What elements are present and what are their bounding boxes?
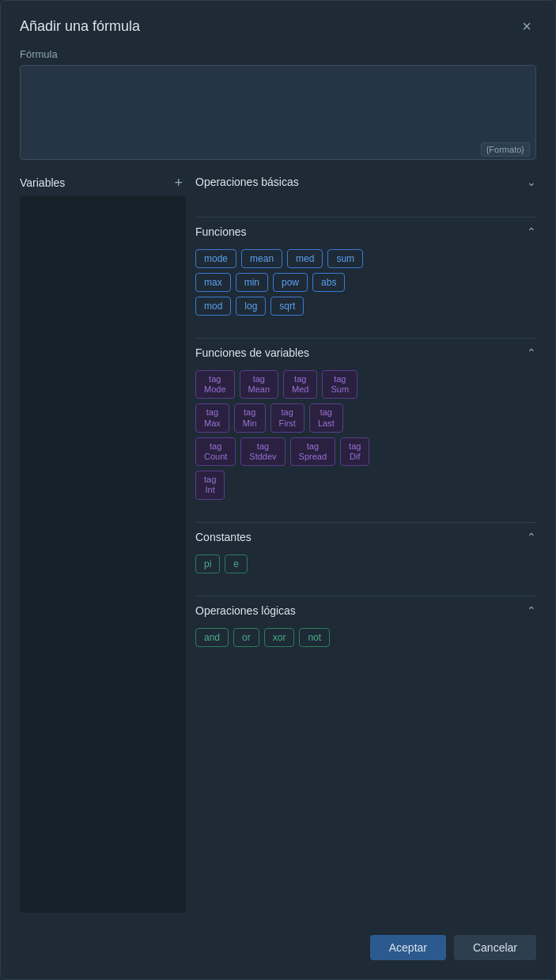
chip-not[interactable]: not — [299, 628, 330, 647]
formula-input[interactable] — [20, 65, 536, 160]
chip-mod[interactable]: mod — [195, 297, 231, 316]
modal-footer: Aceptar Cancelar — [20, 925, 536, 960]
operations-column: Operaciones básicas ⌄ Funciones ⌃ mode m… — [195, 176, 536, 913]
variable-functions-toggle[interactable]: ⌃ — [527, 346, 536, 359]
chip-pi[interactable]: pi — [195, 554, 220, 573]
var-functions-row-3: tagCount tagStddev tagSpread tagDif — [195, 437, 536, 466]
variables-header: Variables + — [20, 176, 186, 190]
chip-max[interactable]: max — [195, 273, 231, 292]
basic-operations-title: Operaciones básicas — [195, 176, 299, 188]
constants-title: Constantes — [195, 531, 252, 543]
constants-chips-row: pi e — [195, 554, 536, 573]
divider-1 — [195, 217, 536, 218]
chip-sqrt[interactable]: sqrt — [270, 297, 304, 316]
chip-abs[interactable]: abs — [312, 273, 345, 292]
constants-section: Constantes ⌃ pi e — [195, 531, 536, 578]
variables-column: Variables + — [20, 176, 186, 913]
chip-tag-last[interactable]: tagLast — [309, 403, 343, 432]
var-functions-row-2: tagMax tagMin tagFirst tagLast — [195, 403, 536, 432]
chip-tag-med[interactable]: tagMed — [283, 370, 317, 399]
chip-tag-spread[interactable]: tagSpread — [290, 437, 335, 466]
basic-operations-header: Operaciones básicas ⌄ — [195, 176, 536, 191]
formula-label: Fórmula — [20, 48, 536, 60]
logical-chips-row: and or xor not — [195, 628, 536, 647]
chip-xor[interactable]: xor — [264, 628, 295, 647]
modal-header: Añadir una fórmula × — [20, 17, 536, 36]
logical-ops-header: Operaciones lógicas ⌃ — [195, 604, 536, 620]
chip-med[interactable]: med — [287, 249, 323, 268]
accept-button[interactable]: Aceptar — [370, 935, 446, 960]
chip-and[interactable]: and — [195, 628, 229, 647]
formula-container: {Formato} — [20, 65, 536, 163]
close-button[interactable]: × — [517, 17, 536, 36]
divider-2 — [195, 338, 536, 339]
modal-container: Añadir una fórmula × Fórmula {Formato} V… — [0, 0, 556, 980]
chip-log[interactable]: log — [236, 297, 266, 316]
functions-chips-row-1: mode mean med sum — [195, 249, 536, 268]
chip-tag-int[interactable]: tagInt — [195, 471, 225, 499]
basic-operations-toggle[interactable]: ⌄ — [527, 176, 536, 188]
modal-title: Añadir una fórmula — [20, 18, 140, 35]
chip-mode[interactable]: mode — [195, 249, 236, 268]
variables-panel — [20, 196, 186, 913]
divider-4 — [195, 596, 536, 596]
constants-toggle[interactable]: ⌃ — [527, 531, 536, 543]
chip-min[interactable]: min — [236, 273, 268, 292]
chip-tag-min[interactable]: tagMin — [234, 403, 266, 432]
logical-ops-toggle[interactable]: ⌃ — [527, 604, 536, 617]
chip-tag-max[interactable]: tagMax — [195, 403, 229, 432]
main-content: Variables + Operaciones básicas ⌄ Funcio… — [20, 176, 536, 913]
cancel-button[interactable]: Cancelar — [454, 935, 536, 960]
functions-title: Funciones — [195, 225, 247, 238]
chip-tag-first[interactable]: tagFirst — [270, 403, 304, 432]
variable-functions-section: Funciones de variables ⌃ tagMode tagMean… — [195, 346, 536, 505]
chip-tag-mode[interactable]: tagMode — [195, 370, 235, 399]
chip-or[interactable]: or — [233, 628, 259, 647]
functions-header: Funciones ⌃ — [195, 225, 536, 241]
add-variable-button[interactable]: + — [171, 176, 186, 190]
chip-e[interactable]: e — [225, 554, 248, 573]
chip-sum[interactable]: sum — [327, 249, 363, 268]
divider-3 — [195, 522, 536, 523]
format-badge: {Formato} — [481, 142, 530, 157]
chip-tag-mean[interactable]: tagMean — [240, 370, 279, 399]
chip-mean[interactable]: mean — [241, 249, 282, 268]
chip-tag-count[interactable]: tagCount — [195, 437, 236, 466]
chip-pow[interactable]: pow — [273, 273, 308, 292]
basic-operations-section: Operaciones básicas ⌄ — [195, 176, 536, 199]
variables-title: Variables — [20, 176, 65, 189]
var-functions-row-4: tagInt — [195, 471, 536, 499]
variable-functions-title: Funciones de variables — [195, 346, 309, 359]
var-functions-row-1: tagMode tagMean tagMed tagSum — [195, 370, 536, 399]
chip-tag-sum[interactable]: tagSum — [322, 370, 357, 399]
constants-header: Constantes ⌃ — [195, 531, 536, 547]
variable-functions-header: Funciones de variables ⌃ — [195, 346, 536, 362]
logical-ops-section: Operaciones lógicas ⌃ and or xor not — [195, 604, 536, 652]
functions-toggle[interactable]: ⌃ — [527, 225, 536, 238]
chip-tag-dif[interactable]: tagDif — [340, 437, 369, 466]
functions-section: Funciones ⌃ mode mean med sum max min po… — [195, 225, 536, 320]
functions-chips-row-3: mod log sqrt — [195, 297, 536, 316]
functions-chips-row-2: max min pow abs — [195, 273, 536, 292]
chip-tag-stddev[interactable]: tagStddev — [240, 437, 285, 466]
logical-ops-title: Operaciones lógicas — [195, 604, 296, 617]
